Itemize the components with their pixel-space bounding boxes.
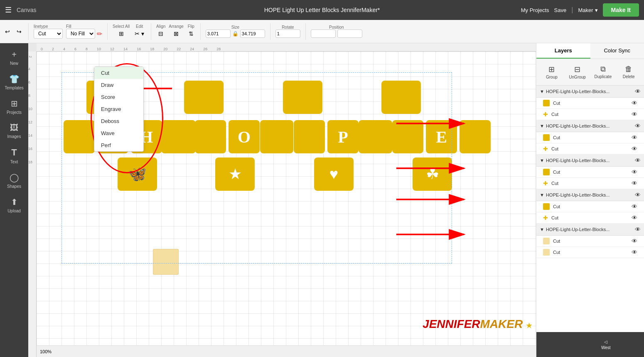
group-button[interactable]: ⊞ Group xyxy=(540,62,564,82)
layer-item-1-2[interactable]: ✚ Cut 👁 xyxy=(536,109,644,120)
eye-icon-1[interactable]: 👁 xyxy=(635,88,641,95)
header: ☰ Canvas HOPE Light Up Letter Blocks Jen… xyxy=(0,0,644,20)
save-button[interactable]: Save xyxy=(554,7,567,13)
tab-color-sync[interactable]: Color Sync xyxy=(590,43,644,59)
delete-button[interactable]: 🗑 Delete xyxy=(617,62,641,82)
chevron-icon-5: ▼ xyxy=(540,227,544,232)
group-icon: ⊞ xyxy=(548,65,555,74)
dropdown-item-perf[interactable]: Perf xyxy=(94,139,143,151)
e-right1 xyxy=(460,120,491,153)
arrange-button[interactable]: ⊠ xyxy=(172,29,180,39)
layer-item-3-1[interactable]: Cut 👁 xyxy=(536,167,644,178)
layer-item-5-2[interactable]: Cut 👁 xyxy=(536,247,644,258)
ruler-left: 2 4 6 8 10 12 14 16 18 xyxy=(28,52,37,357)
rotate-input[interactable] xyxy=(275,30,300,38)
layer-item-2-1[interactable]: Cut 👁 xyxy=(536,132,644,143)
eye-icon-5-2[interactable]: 👁 xyxy=(632,249,637,256)
ungroup-label: UnGroup xyxy=(569,75,586,79)
layer-group-2[interactable]: ▼ HOPE-Light-Up-Letter-Blocks... 👁 xyxy=(536,120,644,132)
size-w-input[interactable] xyxy=(206,30,231,38)
color-picker-icon[interactable]: ✏ xyxy=(97,30,102,38)
eye-icon-3-2[interactable]: 👁 xyxy=(632,180,637,187)
fill-select[interactable]: No Fill xyxy=(66,29,95,39)
duplicate-button[interactable]: ⧉ Duplicate xyxy=(591,62,615,82)
sidebar-item-images[interactable]: 🖼 Images xyxy=(0,120,28,142)
delete-icon: 🗑 xyxy=(625,65,632,74)
flip-button[interactable]: ⇅ xyxy=(187,29,195,39)
select-all-button[interactable]: ⊞ xyxy=(117,29,125,39)
eye-icon-4-2[interactable]: 👁 xyxy=(632,214,637,221)
chevron-icon-3: ▼ xyxy=(540,158,544,163)
eye-icon-1-2[interactable]: 👁 xyxy=(632,111,637,118)
size-label: Size xyxy=(231,25,239,30)
canvas-label: Canvas xyxy=(17,7,36,13)
sidebar-item-upload[interactable]: ⬆ Upload xyxy=(0,194,28,217)
layer-item-5-1[interactable]: Cut 👁 xyxy=(536,236,644,247)
layer-group-2-name: HOPE-Light-Up-Letter-Blocks... xyxy=(546,123,610,128)
layer-item-1-1[interactable]: Cut 👁 xyxy=(536,98,644,109)
west-button[interactable]: ◁ West xyxy=(601,340,611,350)
eye-icon-3-1[interactable]: 👁 xyxy=(632,169,637,175)
make-it-button[interactable]: Make It xyxy=(603,3,639,17)
size-h-input[interactable] xyxy=(240,30,265,38)
edit-button[interactable]: ✂ ▾ xyxy=(133,29,146,39)
eye-icon-2[interactable]: 👁 xyxy=(635,123,641,129)
menu-icon[interactable]: ☰ xyxy=(5,5,12,15)
dropdown-item-deboss[interactable]: Deboss xyxy=(94,115,143,127)
star-icon: ★ xyxy=(229,165,242,183)
align-button[interactable]: ⊟ xyxy=(157,29,165,39)
toolbar: ↩ ↪ linetype Cut Draw Score Fill No Fill… xyxy=(0,20,644,43)
sidebar-item-templates[interactable]: 👕 Templates xyxy=(0,71,28,94)
text-icon: T xyxy=(11,147,17,158)
dropdown-item-engrave[interactable]: Engrave xyxy=(94,103,143,115)
eye-icon-1-1[interactable]: 👁 xyxy=(632,100,637,106)
linetype-label: linetype xyxy=(34,24,48,29)
delete-label: Delete xyxy=(623,74,635,79)
butterfly-icon: 🦋 xyxy=(128,165,147,183)
eye-icon-5[interactable]: 👁 xyxy=(635,226,641,233)
layer-item-4-1[interactable]: Cut 👁 xyxy=(536,201,644,212)
edit-label: Edit xyxy=(136,24,143,29)
main-layout: + New 👕 Templates ⊞ Projects 🖼 Images T … xyxy=(0,43,644,357)
eye-icon-3[interactable]: 👁 xyxy=(635,157,641,164)
toolbar-divider-5 xyxy=(270,23,270,40)
images-icon: 🖼 xyxy=(10,123,18,133)
layer-item-4-2[interactable]: ✚ Cut 👁 xyxy=(536,212,644,224)
layer-group-1[interactable]: ▼ HOPE-Light-Up-Letter-Blocks... 👁 xyxy=(536,86,644,98)
redo-button[interactable]: ↪ xyxy=(15,27,23,37)
position-x-input[interactable] xyxy=(311,30,336,38)
tab-layers[interactable]: Layers xyxy=(536,43,590,59)
position-y-input[interactable] xyxy=(337,30,362,38)
dropdown-item-draw[interactable]: Draw xyxy=(94,79,143,91)
dropdown-item-cut[interactable]: Cut xyxy=(94,67,143,79)
ungroup-button[interactable]: ⊟ UnGroup xyxy=(565,62,590,82)
eye-icon-5-1[interactable]: 👁 xyxy=(632,238,637,244)
layer-group-5[interactable]: ▼ HOPE-Light-Up-Letter-Blocks... 👁 xyxy=(536,224,644,236)
maker-text: MAKER xyxy=(480,318,523,330)
layer-group-3-name: HOPE-Light-Up-Letter-Blocks... xyxy=(546,158,610,163)
eye-icon-2-1[interactable]: 👁 xyxy=(632,134,637,141)
my-projects-link[interactable]: My Projects xyxy=(521,7,549,13)
sidebar-projects-label: Projects xyxy=(7,110,22,115)
eye-icon-2-2[interactable]: 👁 xyxy=(632,145,637,152)
west-label: West xyxy=(601,345,611,350)
rotate-label: Rotate xyxy=(282,25,294,30)
linetype-select[interactable]: Cut Draw Score xyxy=(34,29,63,39)
eye-icon-4-1[interactable]: 👁 xyxy=(632,203,637,210)
maker-dropdown[interactable]: Maker ▾ xyxy=(578,7,597,13)
sidebar-item-text[interactable]: T Text xyxy=(0,144,28,167)
ruler-top: 0 2 4 6 8 10 12 14 16 18 20 22 24 26 28 xyxy=(37,43,536,52)
dropdown-item-score[interactable]: Score xyxy=(94,91,143,103)
layer-item-2-2[interactable]: ✚ Cut 👁 xyxy=(536,143,644,155)
sidebar-item-new[interactable]: + New xyxy=(0,47,28,69)
undo-button[interactable]: ↩ xyxy=(3,27,12,37)
dropdown-item-wave[interactable]: Wave xyxy=(94,127,143,139)
eye-icon-4[interactable]: 👁 xyxy=(635,192,641,198)
o-star-block: ★ xyxy=(215,158,255,191)
canvas-area[interactable]: 0 2 4 6 8 10 12 14 16 18 20 22 24 26 28 … xyxy=(28,43,536,357)
sidebar-item-projects[interactable]: ⊞ Projects xyxy=(0,95,28,118)
layer-group-4[interactable]: ▼ HOPE-Light-Up-Letter-Blocks... 👁 xyxy=(536,189,644,201)
layer-group-3[interactable]: ▼ HOPE-Light-Up-Letter-Blocks... 👁 xyxy=(536,155,644,167)
layer-item-3-2[interactable]: ✚ Cut 👁 xyxy=(536,178,644,189)
sidebar-item-shapes[interactable]: ◯ Shapes xyxy=(0,169,28,192)
